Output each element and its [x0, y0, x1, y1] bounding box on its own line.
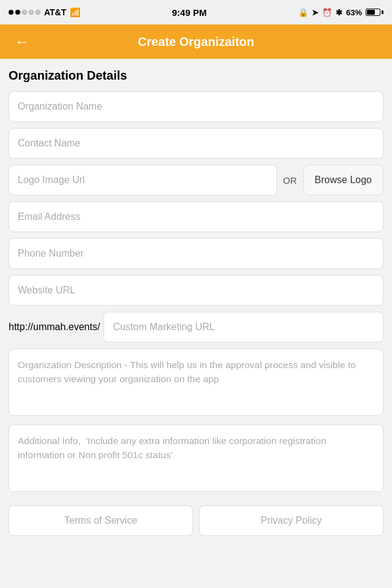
status-right: 🔒 ➤ ⏰ ✱ 63% — [298, 8, 383, 17]
form-content: Organization Details OR Browse Logo http… — [0, 59, 392, 546]
carrier-label: AT&T — [44, 7, 66, 17]
logo-row: OR Browse Logo — [9, 165, 383, 195]
signal-dot-1 — [9, 10, 13, 15]
or-label: OR — [283, 175, 297, 186]
website-url-input[interactable] — [9, 275, 383, 306]
battery-icon — [366, 9, 383, 16]
bluetooth-icon: ✱ — [336, 8, 342, 17]
signal-dot-2 — [15, 10, 20, 15]
contact-name-group — [9, 128, 383, 159]
org-name-input[interactable] — [9, 91, 383, 122]
org-name-group — [9, 91, 383, 122]
status-bar: AT&T 📶 9:49 PM 🔒 ➤ ⏰ ✱ 63% — [0, 0, 392, 24]
alarm-icon: ⏰ — [322, 8, 332, 17]
marketing-prefix-label: http://ummah.events/ — [9, 322, 104, 333]
signal-dot-5 — [36, 10, 40, 15]
additional-info-textarea[interactable] — [9, 424, 383, 492]
location-icon: ➤ — [312, 8, 318, 17]
lock-icon: 🔒 — [298, 8, 308, 17]
terms-of-service-button[interactable]: Terms of Service — [9, 505, 193, 536]
signal-dots — [9, 10, 40, 15]
bottom-buttons-row: Terms of Service Privacy Policy — [9, 505, 383, 536]
privacy-policy-button[interactable]: Privacy Policy — [199, 505, 383, 536]
battery-percentage: 63% — [346, 8, 362, 17]
status-time: 9:49 PM — [172, 7, 207, 18]
status-left: AT&T 📶 — [9, 7, 80, 17]
nav-title: Create Organizaiton — [138, 35, 254, 49]
email-input[interactable] — [9, 202, 383, 232]
back-button[interactable]: ← — [10, 31, 34, 53]
signal-dot-3 — [22, 10, 27, 15]
signal-dot-4 — [29, 10, 34, 15]
email-group — [9, 202, 383, 232]
nav-bar: ← Create Organizaiton — [0, 24, 392, 59]
phone-input[interactable] — [9, 238, 383, 269]
contact-name-input[interactable] — [9, 128, 383, 159]
website-group — [9, 275, 383, 306]
marketing-url-row: http://ummah.events/ — [9, 312, 383, 342]
browse-logo-button[interactable]: Browse Logo — [303, 165, 383, 195]
description-textarea[interactable] — [9, 349, 383, 416]
section-title: Organization Details — [9, 69, 383, 83]
wifi-icon: 📶 — [70, 7, 80, 17]
custom-marketing-url-input[interactable] — [104, 312, 383, 342]
logo-url-input[interactable] — [9, 165, 277, 195]
phone-group — [9, 238, 383, 269]
